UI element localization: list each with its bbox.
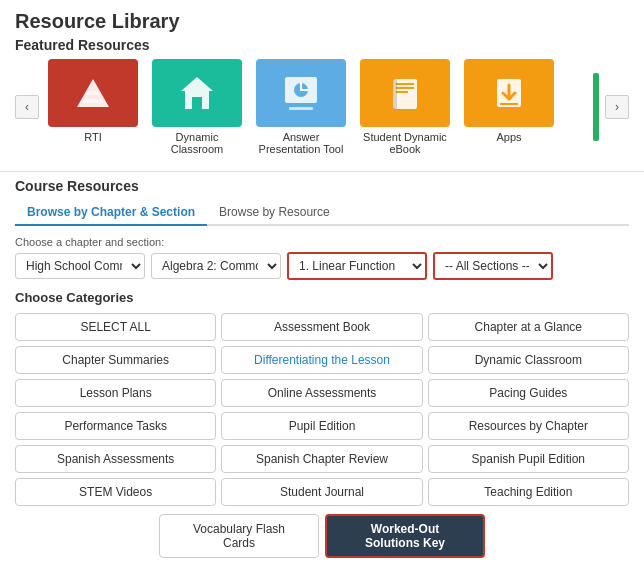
cat-spanish-pupil-edition[interactable]: Spanish Pupil Edition: [428, 445, 629, 473]
apps-icon-box: [464, 59, 554, 127]
cat-pupil-edition[interactable]: Pupil Edition: [221, 412, 422, 440]
cat-assessment-book[interactable]: Assessment Book: [221, 313, 422, 341]
rti-label: RTI: [84, 131, 102, 143]
featured-item-apt[interactable]: Answer Presentation Tool: [253, 59, 349, 155]
featured-section: Featured Resources ‹ RTI: [0, 37, 644, 165]
cat-student-journal[interactable]: Student Journal: [221, 478, 422, 506]
svg-rect-12: [393, 79, 397, 109]
featured-item-dynamic[interactable]: Dynamic Classroom: [149, 59, 245, 155]
cat-chapter-at-glance[interactable]: Chapter at a Glance: [428, 313, 629, 341]
apt-icon-box: [256, 59, 346, 127]
carousel-prev-button[interactable]: ‹: [15, 95, 39, 119]
browse-tabs: Browse by Chapter & Section Browse by Re…: [15, 200, 629, 226]
dynamic-icon-box: [152, 59, 242, 127]
course-section: Course Resources Browse by Chapter & Sec…: [0, 178, 644, 578]
school-dropdown[interactable]: High School Common Cor: [15, 253, 145, 279]
svg-rect-2: [87, 91, 99, 95]
cat-vocab-flash[interactable]: Vocabulary Flash Cards: [159, 514, 319, 558]
cat-chapter-summaries[interactable]: Chapter Summaries: [15, 346, 216, 374]
dropdowns-label: Choose a chapter and section:: [15, 236, 629, 248]
section-dropdown[interactable]: -- All Sections --: [433, 252, 553, 280]
green-bar: [593, 73, 599, 141]
categories-title: Choose Categories: [15, 290, 629, 305]
cat-pacing-guides[interactable]: Pacing Guides: [428, 379, 629, 407]
bottom-row: Vocabulary Flash Cards Worked-Out Soluti…: [15, 514, 629, 558]
course-dropdown[interactable]: Algebra 2: Common Core: [151, 253, 281, 279]
cat-spanish-chapter-review[interactable]: Spanish Chapter Review: [221, 445, 422, 473]
featured-item-ebook[interactable]: Student Dynamic eBook: [357, 59, 453, 155]
page-header: Resource Library: [0, 0, 644, 37]
ebook-label: Student Dynamic eBook: [357, 131, 453, 155]
featured-item-apps[interactable]: Apps: [461, 59, 557, 155]
apps-label: Apps: [496, 131, 521, 143]
house-icon: [177, 73, 217, 113]
apt-label: Answer Presentation Tool: [253, 131, 349, 155]
pyramid-icon: [73, 73, 113, 113]
dynamic-label: Dynamic Classroom: [149, 131, 245, 155]
featured-section-title: Featured Resources: [15, 37, 629, 53]
svg-rect-10: [396, 87, 414, 89]
cat-online-assessments[interactable]: Online Assessments: [221, 379, 422, 407]
rti-icon-box: [48, 59, 138, 127]
cat-resources-by-chapter[interactable]: Resources by Chapter: [428, 412, 629, 440]
dropdowns-row: High School Common Cor Algebra 2: Common…: [15, 252, 629, 280]
cat-stem-videos[interactable]: STEM Videos: [15, 478, 216, 506]
svg-rect-1: [83, 99, 103, 103]
cat-lesson-plans[interactable]: Lesson Plans: [15, 379, 216, 407]
cat-teaching-edition[interactable]: Teaching Edition: [428, 478, 629, 506]
svg-rect-4: [192, 97, 202, 109]
svg-rect-11: [396, 91, 408, 93]
ebook-icon-box: [360, 59, 450, 127]
featured-items: RTI Dynamic Classroom: [45, 59, 585, 155]
svg-rect-7: [289, 107, 313, 110]
chapter-dropdown[interactable]: 1. Linear Function: [287, 252, 427, 280]
cat-performance-tasks[interactable]: Performance Tasks: [15, 412, 216, 440]
page-title: Resource Library: [15, 10, 629, 33]
cat-select-all[interactable]: SELECT ALL: [15, 313, 216, 341]
featured-carousel: ‹ RTI: [15, 59, 629, 155]
chart-icon: [281, 73, 321, 113]
course-section-title: Course Resources: [15, 178, 629, 194]
cat-spanish-assessments[interactable]: Spanish Assessments: [15, 445, 216, 473]
tab-chapter-section[interactable]: Browse by Chapter & Section: [15, 200, 207, 226]
cat-dynamic-classroom[interactable]: Dynamic Classroom: [428, 346, 629, 374]
svg-rect-9: [396, 83, 414, 85]
tab-by-resource[interactable]: Browse by Resource: [207, 200, 342, 224]
cat-differentiating[interactable]: Differentiating the Lesson: [221, 346, 422, 374]
cat-worked-out[interactable]: Worked-Out Solutions Key: [325, 514, 485, 558]
download-icon: [489, 73, 529, 113]
book-icon: [385, 73, 425, 113]
svg-rect-14: [500, 103, 518, 105]
featured-item-rti[interactable]: RTI: [45, 59, 141, 155]
carousel-next-button[interactable]: ›: [605, 95, 629, 119]
categories-grid: SELECT ALL Assessment Book Chapter at a …: [15, 313, 629, 506]
